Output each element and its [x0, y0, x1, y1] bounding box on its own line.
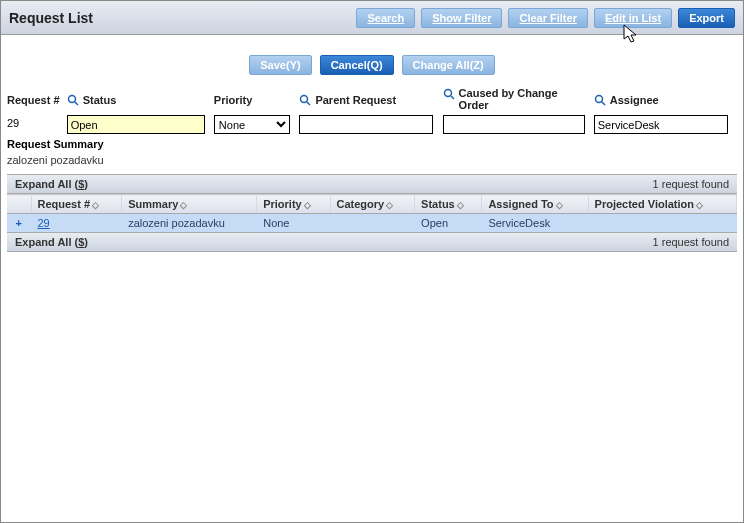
titlebar: Request List Search Show Filter Clear Fi… — [1, 1, 743, 35]
summary-value: zalozeni pozadavku — [7, 154, 737, 166]
status-input[interactable] — [67, 115, 205, 134]
request-num-label: Request # — [7, 87, 67, 115]
cancel-button[interactable]: Cancel(Q) — [320, 55, 394, 75]
svg-line-5 — [451, 96, 454, 99]
change-all-button[interactable]: Change All(Z) — [402, 55, 495, 75]
page-title: Request List — [9, 10, 93, 26]
request-num-value: 29 — [7, 115, 67, 129]
col-expand — [7, 195, 31, 214]
sort-icon: ◇ — [696, 200, 702, 210]
assignee-input[interactable] — [594, 115, 728, 134]
search-button[interactable]: Search — [356, 8, 415, 28]
caused-by-change-input[interactable] — [443, 115, 585, 134]
cell-assigned-to: ServiceDesk — [482, 214, 588, 233]
table-row[interactable]: + 29 zalozeni pozadavku None Open Servic… — [7, 214, 737, 233]
priority-label: Priority — [214, 87, 300, 115]
col-request-num[interactable]: Request #◇ — [31, 195, 122, 214]
clear-filter-button[interactable]: Clear Filter — [508, 8, 587, 28]
caused-by-change-label: Caused by Change Order — [443, 87, 594, 115]
svg-line-1 — [75, 102, 78, 105]
expand-row-icon[interactable]: + — [16, 217, 22, 229]
lookup-icon[interactable] — [594, 94, 606, 106]
save-button[interactable]: Save(Y) — [249, 55, 311, 75]
parent-request-input[interactable] — [299, 115, 433, 134]
col-summary[interactable]: Summary◇ — [122, 195, 257, 214]
col-priority[interactable]: Priority◇ — [257, 195, 330, 214]
cell-summary: zalozeni pozadavku — [122, 214, 257, 233]
sort-icon: ◇ — [180, 200, 186, 210]
sort-icon: ◇ — [386, 200, 392, 210]
cell-category — [330, 214, 415, 233]
edit-button-row: Save(Y) Cancel(Q) Change All(Z) — [7, 55, 737, 75]
svg-point-0 — [68, 96, 75, 103]
col-status[interactable]: Status◇ — [415, 195, 482, 214]
request-table: Request #◇ Summary◇ Priority◇ Category◇ … — [7, 194, 737, 232]
show-filter-button[interactable]: Show Filter — [421, 8, 502, 28]
cell-request-num[interactable]: 29 — [31, 214, 122, 233]
svg-point-6 — [595, 96, 602, 103]
request-count: 1 request found — [653, 236, 729, 248]
priority-select[interactable]: None — [214, 115, 290, 134]
filter-fields-row: Request # 29 Status Priority None Parent… — [7, 87, 737, 134]
summary-label: Request Summary — [7, 138, 737, 150]
sort-icon: ◇ — [92, 200, 98, 210]
cell-status: Open — [415, 214, 482, 233]
lookup-icon[interactable] — [299, 94, 311, 106]
svg-point-4 — [444, 90, 451, 97]
request-count: 1 request found — [653, 178, 729, 190]
col-assigned-to[interactable]: Assigned To◇ — [482, 195, 588, 214]
expand-bar-top: Expand All ($) 1 request found — [7, 174, 737, 194]
sort-icon: ◇ — [457, 200, 463, 210]
expand-all-link[interactable]: Expand All ($) — [15, 236, 88, 248]
expand-bar-bottom: Expand All ($) 1 request found — [7, 232, 737, 252]
export-button[interactable]: Export — [678, 8, 735, 28]
cell-priority: None — [257, 214, 330, 233]
lookup-icon[interactable] — [443, 88, 455, 100]
cell-projected-violation — [588, 214, 736, 233]
svg-line-3 — [307, 102, 310, 105]
status-label: Status — [67, 87, 214, 115]
summary-block: Request Summary zalozeni pozadavku — [7, 138, 737, 166]
lookup-icon[interactable] — [67, 94, 79, 106]
col-projected-violation[interactable]: Projected Violation◇ — [588, 195, 736, 214]
sort-icon: ◇ — [556, 200, 562, 210]
col-category[interactable]: Category◇ — [330, 195, 415, 214]
edit-in-list-button[interactable]: Edit in List — [594, 8, 672, 28]
top-button-row: Search Show Filter Clear Filter Edit in … — [356, 8, 735, 28]
assignee-label: Assignee — [594, 87, 737, 115]
sort-icon: ◇ — [304, 200, 310, 210]
svg-line-7 — [602, 102, 605, 105]
parent-request-label: Parent Request — [299, 87, 442, 115]
expand-all-link[interactable]: Expand All ($) — [15, 178, 88, 190]
table-header-row: Request #◇ Summary◇ Priority◇ Category◇ … — [7, 195, 737, 214]
svg-point-2 — [301, 96, 308, 103]
